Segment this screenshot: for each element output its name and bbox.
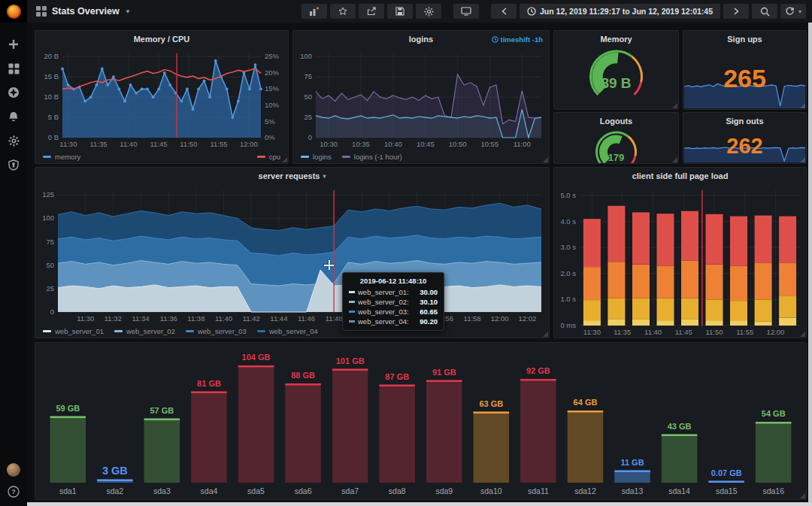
svg-text:15%: 15%	[265, 84, 280, 92]
svg-text:1.0 s: 1.0 s	[560, 295, 576, 303]
svg-text:12:00: 12:00	[491, 314, 509, 323]
panel-title[interactable]: Logouts	[554, 113, 678, 129]
sidebar-item-create[interactable]	[7, 38, 20, 51]
sidebar-item-alerting[interactable]	[7, 110, 20, 123]
chevron-down-icon[interactable]: ▾	[126, 8, 130, 15]
svg-text:11:46: 11:46	[298, 314, 315, 323]
client-page-load-chart[interactable]: 11:3011:3511:4011:4511:5011:5512:000 ms1…	[554, 184, 806, 338]
memory-gauge[interactable]: 89 B	[554, 47, 678, 109]
panel-title[interactable]: Memory / CPU	[35, 31, 288, 47]
sidebar-item-configuration[interactable]	[7, 134, 20, 147]
svg-text:sda13: sda13	[622, 486, 644, 495]
time-back-button[interactable]	[491, 4, 517, 19]
svg-text:10:35: 10:35	[352, 140, 370, 148]
refresh-button[interactable]: ▾	[780, 4, 806, 19]
svg-text:11:58: 11:58	[464, 314, 481, 323]
svg-text:91 GB: 91 GB	[432, 368, 456, 377]
legend-item-web-server-01[interactable]: web_server_01	[43, 327, 104, 335]
legend-swatch	[301, 156, 309, 158]
svg-text:10:55: 10:55	[480, 140, 498, 148]
svg-text:11:35: 11:35	[614, 328, 631, 336]
svg-text:sda1: sda1	[59, 486, 77, 495]
scrollbar-track[interactable]	[808, 23, 812, 506]
legend-item-memory[interactable]: memory	[43, 153, 80, 161]
tooltip-row: web_server_01:30.00	[349, 288, 438, 296]
sidebar-item-explore[interactable]	[7, 86, 20, 99]
svg-text:5 B: 5 B	[48, 113, 59, 121]
zoom-out-button[interactable]	[752, 4, 777, 19]
grafana-logo[interactable]	[0, 0, 27, 23]
panel-sign-outs: Sign outs 262	[683, 112, 807, 164]
svg-text:50: 50	[46, 261, 54, 269]
legend-item-web-server-03[interactable]: web_server_03	[186, 327, 247, 335]
series-dash	[349, 320, 355, 323]
settings-button[interactable]	[416, 4, 441, 19]
panel-memory-cpu: Memory / CPU 11:3011:3511:4011:4511:5011…	[35, 30, 289, 164]
disk-usage-chart[interactable]: 59 GBsda13 GBsda257 GBsda381 GBsda4104 G…	[35, 343, 806, 499]
grafana-logo-icon	[7, 5, 21, 19]
legend-swatch	[43, 156, 51, 158]
server-requests-chart[interactable]: 11:3011:3211:3411:3611:3811:4011:4211:44…	[35, 184, 549, 324]
clock-icon	[492, 36, 498, 43]
time-range-picker[interactable]: Jun 12, 2019 11:29:17 to Jun 12, 2019 12…	[520, 4, 720, 19]
star-button[interactable]	[330, 4, 356, 19]
legend-item-logins-1h[interactable]: logins (-1 hour)	[342, 153, 402, 161]
series-dash	[349, 291, 355, 293]
time-forward-button[interactable]	[723, 4, 749, 19]
svg-text:11:48: 11:48	[326, 314, 343, 323]
svg-text:11:42: 11:42	[243, 314, 260, 323]
panel-title[interactable]: server requests▾	[35, 168, 549, 184]
svg-text:0: 0	[50, 308, 54, 316]
dashboard-title[interactable]: Stats Overview	[52, 6, 120, 17]
refresh-interval-caret[interactable]: ▾	[798, 8, 801, 15]
panel-memory-gauge: Memory 89 B	[553, 30, 679, 110]
svg-text:?: ?	[11, 488, 16, 495]
panel-server-requests: server requests▾ 11:3011:3211:3411:3611:…	[35, 167, 550, 338]
svg-text:sda7: sda7	[341, 486, 359, 495]
svg-text:10%: 10%	[265, 101, 280, 109]
panel-title[interactable]: Sign ups	[683, 31, 806, 47]
svg-text:2.0 s: 2.0 s	[560, 269, 576, 277]
svg-text:11:55: 11:55	[736, 328, 753, 336]
legend-item-web-server-04[interactable]: web_server_04	[257, 327, 318, 335]
svg-text:64 GB: 64 GB	[574, 398, 598, 407]
svg-text:0: 0	[308, 133, 312, 141]
svg-text:10:40: 10:40	[384, 140, 402, 148]
series-dash	[349, 301, 355, 303]
svg-text:59 GB: 59 GB	[56, 404, 80, 413]
svg-text:sda2: sda2	[106, 486, 123, 495]
legend-item-logins[interactable]: logins	[301, 153, 332, 161]
window-bottom-edge	[27, 502, 812, 506]
sidebar-item-server-admin[interactable]	[7, 158, 20, 171]
tv-kiosk-button[interactable]	[453, 4, 479, 19]
svg-text:12:02: 12:02	[519, 314, 537, 323]
panel-title[interactable]: client side full page load	[554, 168, 806, 184]
sidebar-item-help[interactable]: ?	[7, 485, 20, 498]
user-avatar[interactable]	[7, 463, 20, 477]
tooltip-row: web_server_02:30.10	[349, 298, 438, 306]
clock-icon	[527, 7, 536, 16]
memory-cpu-chart[interactable]: 11:3011:3511:4011:4511:5011:5512:000 B5 …	[35, 47, 288, 150]
svg-text:54 GB: 54 GB	[762, 409, 786, 418]
logouts-gauge[interactable]: 179	[554, 129, 678, 163]
legend-swatch	[257, 330, 265, 332]
svg-text:10:50: 10:50	[449, 140, 467, 148]
share-button[interactable]	[359, 4, 384, 19]
svg-text:4.0 s: 4.0 s	[560, 217, 576, 226]
svg-text:11:40: 11:40	[644, 328, 662, 336]
save-button[interactable]	[387, 4, 413, 19]
sidebar-item-dashboards[interactable]	[7, 62, 20, 75]
add-panel-button[interactable]	[301, 4, 327, 19]
legend-item-web-server-02[interactable]: web_server_02	[114, 327, 175, 335]
legend-item-cpu[interactable]: cpu	[257, 153, 280, 161]
svg-text:sda10: sda10	[480, 486, 502, 495]
panel-title[interactable]: Sign outs	[683, 113, 806, 129]
timeshift-badge[interactable]: timeshift -1h	[492, 31, 543, 47]
svg-text:92 GB: 92 GB	[526, 366, 550, 375]
svg-text:25: 25	[304, 113, 312, 121]
logins-chart[interactable]: 10:3010:3510:4010:4510:5010:5511:0002550…	[293, 47, 549, 150]
svg-text:100: 100	[42, 214, 54, 222]
svg-text:11 GB: 11 GB	[620, 458, 644, 467]
svg-text:sda12: sda12	[574, 486, 596, 495]
panel-title[interactable]: Memory	[554, 31, 678, 47]
